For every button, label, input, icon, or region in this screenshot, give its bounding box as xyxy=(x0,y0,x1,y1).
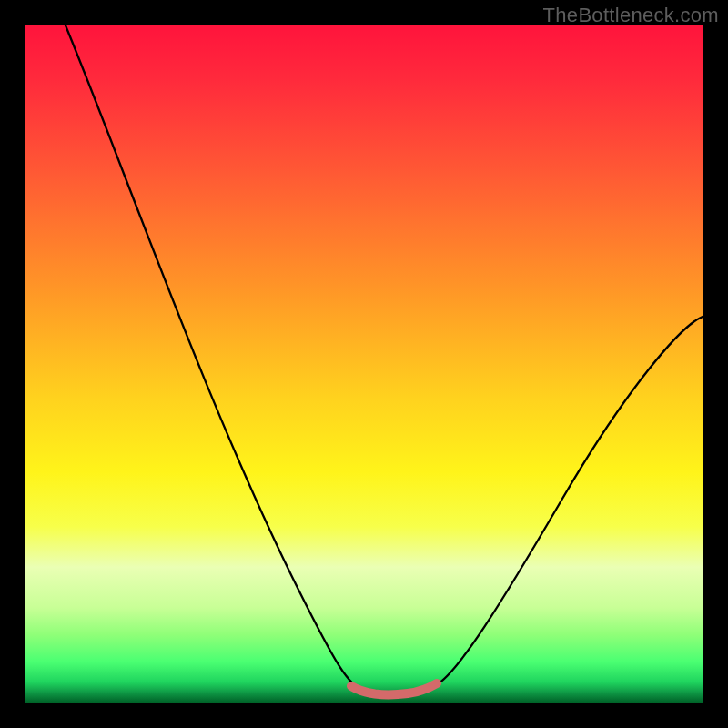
plot-area xyxy=(25,25,703,703)
chart-frame: TheBottleneck.com xyxy=(0,0,728,728)
bottleneck-curve-path xyxy=(66,25,703,694)
curve-svg xyxy=(25,25,703,703)
watermark-text: TheBottleneck.com xyxy=(543,4,719,27)
optimal-band-path xyxy=(351,683,437,694)
